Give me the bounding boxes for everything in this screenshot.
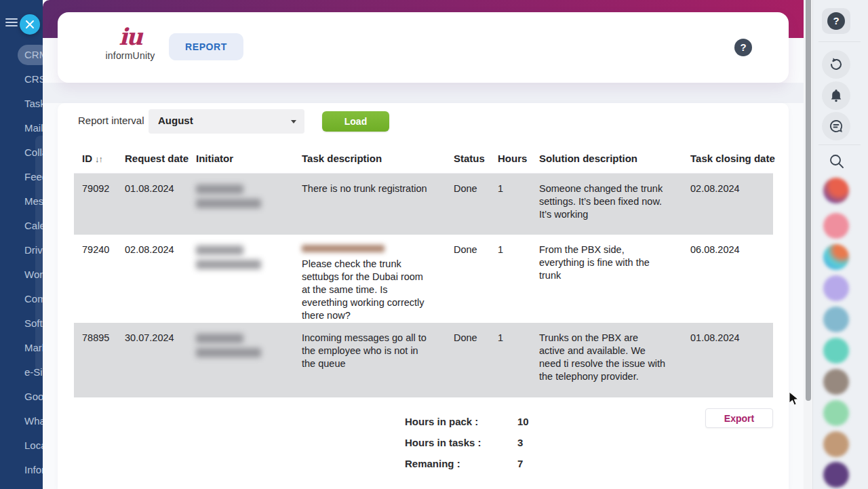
- right-toolbar: ?: [812, 0, 868, 489]
- scrollbar-thumb[interactable]: [806, 0, 811, 401]
- report-content-card: Report interval August Load ID↓↑ Request…: [58, 103, 789, 489]
- app-avatar[interactable]: [823, 431, 849, 457]
- history-icon: [828, 56, 844, 73]
- app-avatar[interactable]: [823, 244, 849, 270]
- export-button[interactable]: Export: [705, 408, 773, 428]
- col-header-request-date: Request date: [125, 153, 196, 164]
- help-button[interactable]: ?: [822, 8, 850, 34]
- cell-closing-date: 02.08.2024: [690, 174, 773, 235]
- cell-solution-description: From the PBX side, everything is fine wi…: [539, 235, 690, 323]
- sidebar-item-calendar[interactable]: Cale: [0, 214, 43, 238]
- selected-interval: August: [158, 115, 193, 126]
- cell-hours: 1: [498, 235, 539, 323]
- report-modal: iu informUnity REPORT ? Report interval …: [43, 0, 804, 489]
- col-header-task-description: Task description: [302, 153, 454, 164]
- col-header-hours: Hours: [498, 153, 539, 164]
- table-row: 79240 02.08.2024 Please check the trunk …: [74, 235, 773, 323]
- sidebar-item-crm[interactable]: CRM: [0, 43, 43, 67]
- cell-solution-description: Trunks on the PBX are active and availab…: [539, 323, 690, 397]
- help-icon: ?: [827, 12, 845, 30]
- report-header-card: iu informUnity REPORT ?: [58, 12, 789, 83]
- scrollbar-track: [804, 0, 812, 489]
- col-header-status: Status: [454, 153, 498, 164]
- cell-closing-date: 06.08.2024: [690, 235, 773, 323]
- cell-id: 79092: [82, 174, 125, 235]
- cell-initiator-redacted: [196, 323, 302, 397]
- report-table: ID↓↑ Request date Initiator Task descrip…: [74, 144, 773, 397]
- close-icon: [25, 20, 35, 29]
- sidebar-item-crs[interactable]: CRS: [0, 67, 43, 92]
- sidebar-item-feed[interactable]: Feed: [0, 165, 43, 189]
- app-avatar[interactable]: [823, 462, 849, 488]
- cell-hours: 1: [498, 323, 539, 397]
- hours-in-pack-label: Hours in pack :: [405, 416, 478, 427]
- screen: CRM CRS Task Mail Colla Feed Mess Cale D…: [0, 0, 868, 489]
- col-header-id[interactable]: ID↓↑: [82, 153, 125, 164]
- chat-button[interactable]: [822, 112, 850, 140]
- chevron-down-icon: [291, 120, 296, 123]
- search-icon[interactable]: [828, 153, 846, 173]
- hamburger-menu-icon[interactable]: [5, 18, 18, 28]
- sidebar-item-task[interactable]: Task: [0, 92, 43, 116]
- cell-status: Done: [454, 323, 498, 397]
- load-button[interactable]: Load: [322, 111, 389, 132]
- redacted-name: [302, 245, 384, 252]
- remaining-label: Remaning :: [405, 458, 460, 469]
- hours-in-tasks-label: Hours in tasks :: [405, 437, 481, 448]
- sidebar-item-work[interactable]: Work: [0, 262, 43, 287]
- col-header-task-closing-date: Task closing date: [690, 153, 775, 164]
- sidebar-item-softphone[interactable]: Softp: [0, 311, 43, 336]
- sort-icons[interactable]: ↓↑: [95, 154, 102, 164]
- cell-request-date: 01.08.2024: [125, 174, 196, 235]
- history-button[interactable]: [822, 50, 850, 79]
- divider: [818, 41, 861, 42]
- close-modal-button[interactable]: [20, 14, 40, 35]
- cell-request-date: 02.08.2024: [125, 235, 196, 323]
- cell-task-description: Please check the trunk settubgs for the …: [302, 235, 454, 323]
- sidebar-item-whatsapp[interactable]: Wha: [0, 409, 43, 433]
- app-avatar[interactable]: [823, 369, 849, 395]
- app-avatar[interactable]: [823, 213, 849, 239]
- cell-initiator-redacted: [196, 235, 302, 323]
- app-avatar[interactable]: [823, 338, 849, 364]
- app-avatar[interactable]: [823, 400, 849, 426]
- cell-closing-date: 01.08.2024: [690, 323, 773, 397]
- sidebar-item-google[interactable]: Goog: [0, 385, 43, 409]
- divider: [818, 144, 861, 145]
- sidebar-item-company[interactable]: Com: [0, 287, 43, 311]
- sidebar-item-location[interactable]: Loca: [0, 433, 43, 458]
- app-avatar[interactable]: [823, 275, 849, 301]
- sidebar-item-mail[interactable]: Mail: [0, 116, 43, 140]
- remaining-value: 7: [517, 458, 523, 469]
- logo-mark-icon: iu: [93, 24, 167, 49]
- table-header-row: ID↓↑ Request date Initiator Task descrip…: [74, 144, 773, 174]
- cell-task-description: There is no trunk registration: [302, 174, 454, 235]
- cell-task-description: Incoming messages go all to the employee…: [302, 323, 454, 397]
- cell-initiator-redacted: [196, 174, 302, 235]
- table-row: 79092 01.08.2024 There is no trunk regis…: [74, 174, 773, 235]
- report-interval-select[interactable]: August: [149, 109, 304, 134]
- chat-icon: [828, 118, 844, 134]
- app-avatar[interactable]: [823, 307, 849, 332]
- cell-solution-description: Someone changed the trunk settings. It’s…: [539, 174, 690, 235]
- report-interval-label: Report interval: [78, 115, 144, 126]
- informunity-logo: iu informUnity: [93, 24, 167, 61]
- hours-in-pack-value: 10: [517, 416, 529, 427]
- sidebar-item-collaboration[interactable]: Colla: [0, 140, 43, 165]
- help-icon[interactable]: ?: [734, 39, 752, 56]
- cell-id: 78895: [82, 323, 125, 397]
- hours-in-tasks-value: 3: [517, 437, 523, 448]
- sidebar-item-market[interactable]: Mark: [0, 336, 43, 360]
- cell-status: Done: [454, 174, 498, 235]
- sidebar-item-esign[interactable]: e-Sig: [0, 360, 43, 385]
- sidebar-item-drive[interactable]: Drive: [0, 238, 43, 262]
- app-avatar[interactable]: [823, 178, 849, 203]
- band-separator: [43, 83, 804, 103]
- notifications-button[interactable]: [822, 81, 850, 110]
- left-sidebar: CRM CRS Task Mail Colla Feed Mess Cale D…: [0, 0, 43, 489]
- sidebar-nav: CRM CRS Task Mail Colla Feed Mess Cale D…: [0, 43, 43, 482]
- sidebar-item-messenger[interactable]: Mess: [0, 189, 43, 214]
- cell-hours: 1: [498, 174, 539, 235]
- tab-report[interactable]: REPORT: [169, 33, 243, 60]
- sidebar-item-informunity[interactable]: Infor: [0, 458, 43, 482]
